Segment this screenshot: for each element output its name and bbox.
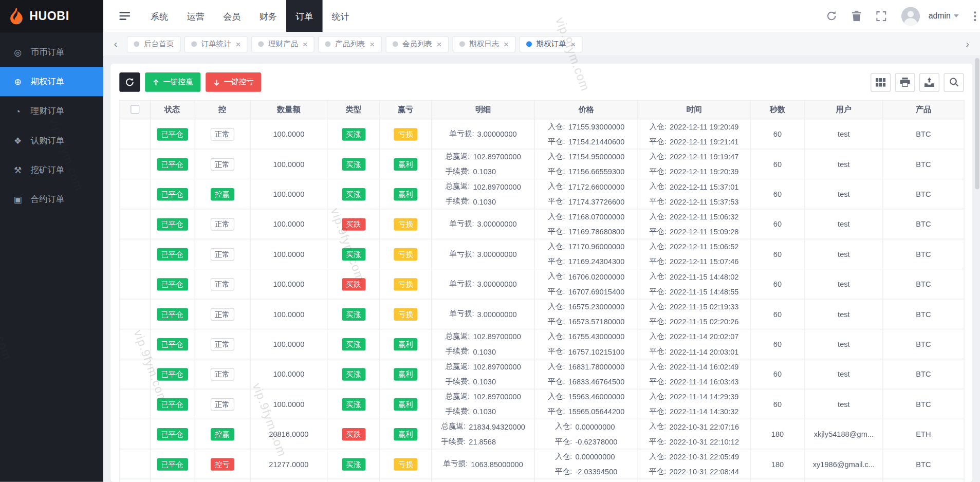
sidebar-item-contract-orders[interactable]: ▣合约订单 [0,184,103,214]
tab-4[interactable]: 产品列表× [319,36,382,52]
tab-7[interactable]: 期权订单× [520,36,583,52]
tabs: 后台首页订单统计×理财产品×产品列表×会员列表×期权日志×期权订单× [127,36,956,52]
control-badge: 正常 [210,128,234,140]
cell-user: xy1986@gmail.c... [805,449,883,479]
cell-user: xkjly54188@gm... [805,419,883,449]
time-label: 入仓: [650,361,667,372]
tab-6[interactable]: 期权日志× [452,36,515,52]
column-header-11: 产品 [883,100,964,119]
nav-item-4[interactable]: 财务 [250,0,286,32]
trash-icon[interactable] [852,11,861,22]
columns-button[interactable] [871,73,891,91]
detail-value: 0.1030 [473,377,521,386]
cell-result: 赢利 [380,359,432,389]
detail-lines: 总赢返:21834.94320000手续费:21.8568 [436,421,531,447]
cell-product: BTC [883,359,964,389]
scrollbar-thumb[interactable] [975,58,979,189]
tab-close-icon[interactable]: × [369,40,375,48]
fullscreen-icon[interactable] [876,11,886,21]
sidebar-item-mining-orders[interactable]: ⚒挖矿订单 [0,155,103,184]
tab-close-icon[interactable]: × [504,40,509,48]
time-label: 平仓: [650,136,667,147]
control-badge: 正常 [210,248,234,260]
status-badge: 已平仓 [157,188,188,200]
sidebar-item-label: 期权订单 [31,76,65,87]
more-icon[interactable] [974,11,976,21]
status-badge: 已平仓 [157,218,188,230]
username: admin [929,11,951,21]
detail-label: 手续费: [445,196,470,207]
time-label: 入仓: [650,331,667,342]
page-scrollbar[interactable] [975,58,979,480]
tab-close-icon[interactable]: × [236,40,241,48]
cell-seconds: 60 [750,239,805,269]
tab-1[interactable]: 后台首页 [127,36,181,52]
cell-select [120,269,151,299]
brand-flame-icon [9,8,24,25]
tab-close-icon[interactable]: × [303,40,308,48]
avatar[interactable] [901,7,919,25]
column-header-2: 控 [194,100,250,119]
tab-2[interactable]: 订单统计× [184,36,248,52]
sidebar-item-option-orders[interactable]: ⊕期权订单 [0,67,103,96]
tab-5[interactable]: 会员列表× [385,36,449,52]
cell-result: 亏损 [380,449,432,479]
cell-user: test [805,269,883,299]
cell-type: 买涨 [327,359,380,389]
nav-item-5[interactable]: 订单 [286,0,323,32]
price-lines: 入仓:17154.95000000平仓:17156.66559300 [539,151,634,177]
tab-label: 会员列表 [402,39,432,49]
nav-item-1[interactable]: 系统 [141,0,178,32]
cell-seconds: 60 [750,149,805,179]
cell-select [120,479,151,481]
nav-item-2[interactable]: 运营 [177,0,214,32]
tab-label: 订单统计 [201,39,231,49]
refresh-button[interactable] [119,72,140,92]
nav-item-3[interactable]: 会员 [214,0,250,32]
detail-value: 3.00000000 [477,280,517,288]
result-badge: 赢利 [394,428,417,440]
time-label: 平仓: [650,286,667,297]
cell-control: 正常 [194,209,250,239]
chevron-down-icon [954,14,959,17]
user-menu[interactable]: admin [929,11,959,21]
cell-amount: 100.0000 [250,389,327,419]
tabs-scroll-right-icon[interactable]: › [960,36,975,51]
price-label: 入仓: [548,241,565,252]
export-button[interactable] [919,73,939,91]
time-label: 平仓: [650,166,667,177]
time-lines: 入仓:2022-11-14 16:02:49平仓:2022-11-14 16:0… [642,361,746,387]
select-all-checkbox[interactable] [131,105,139,114]
cell-type: 买涨 [327,449,380,479]
menu-toggle-icon[interactable] [119,11,130,21]
detail-label: 总赢返: [445,181,470,192]
type-badge: 买涨 [342,338,365,350]
cell-seconds: 60 [750,119,805,149]
print-button[interactable] [895,73,915,91]
refresh-icon[interactable] [826,11,837,22]
sidebar-item-label: 挖矿订单 [31,164,65,175]
status-badge: 已平仓 [157,128,188,140]
sidebar-item-subscribe-orders[interactable]: ❖认购订单 [0,125,103,155]
tab-close-icon[interactable]: × [437,40,442,48]
content: 一键控赢 一键控亏 [103,56,980,481]
time-lines: 入仓:2022-10-31 22:07:16平仓:2022-10-31 22:1… [642,421,746,447]
time-label: 入仓: [650,181,667,192]
force-win-button[interactable]: 一键控赢 [145,72,200,92]
price-value: 0.00000000 [575,422,617,431]
tab-close-icon[interactable]: × [570,40,576,48]
search-button[interactable] [944,73,964,91]
price-lines: 入仓:17155.93000000平仓:17154.21440600 [539,121,634,147]
time-value: 2022-12-11 19:20:49 [670,122,738,131]
price-label: 入仓: [555,421,572,432]
cell-user: test [805,389,883,419]
sidebar-item-wealth-orders[interactable]: ◔理财订单 [0,96,103,125]
cell-type: 买涨 [327,179,380,209]
tab-3[interactable]: 理财产品× [251,36,315,52]
force-lose-label: 一键控亏 [224,77,253,88]
tab-dot-icon [392,41,398,47]
force-lose-button[interactable]: 一键控亏 [206,72,261,92]
sidebar-item-coin-orders[interactable]: ◎币币订单 [0,38,103,67]
tabs-scroll-left-icon[interactable]: ‹ [108,36,123,51]
nav-item-6[interactable]: 统计 [323,0,359,32]
